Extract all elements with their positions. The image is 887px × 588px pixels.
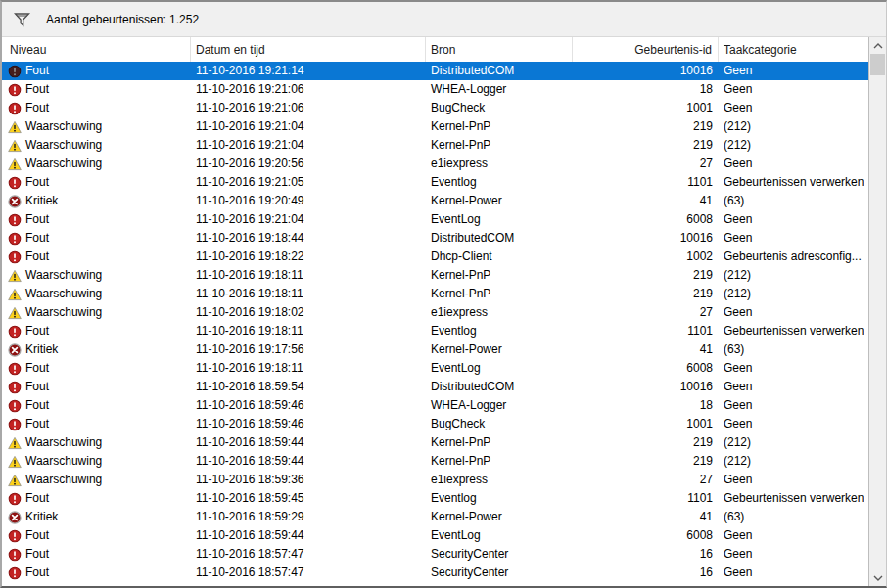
table-row[interactable]: Waarschuwing11-10-2016 19:18:11Kernel-Pn… (2, 266, 868, 285)
table-row[interactable]: Waarschuwing11-10-2016 18:59:36e1iexpres… (2, 471, 868, 489)
warning-icon (8, 455, 22, 469)
table-row[interactable]: Waarschuwing11-10-2016 19:20:56e1iexpres… (2, 155, 868, 173)
datetime-cell: 11-10-2016 18:59:44 (191, 433, 426, 452)
category-cell: Geen (719, 415, 868, 433)
table-row[interactable]: Fout11-10-2016 18:59:45Eventlog1101Gebeu… (2, 489, 868, 508)
event-id-cell: 1001 (573, 99, 719, 117)
scroll-down-button[interactable] (869, 569, 886, 586)
error-icon (8, 418, 22, 431)
table-row[interactable]: Waarschuwing11-10-2016 19:21:04Kernel-Pn… (2, 136, 868, 155)
table-row[interactable]: Fout11-10-2016 19:18:44DistributedCOM100… (2, 229, 868, 248)
level-label: Kritiek (25, 192, 58, 210)
column-header-gebeurtenis-id[interactable]: Gebeurtenis-id (573, 37, 719, 62)
event-id-cell: 219 (573, 285, 719, 303)
datetime-cell: 11-10-2016 19:18:44 (191, 229, 426, 248)
source-cell: WHEA-Logger (426, 396, 573, 415)
source-cell: Kernel-PnP (426, 136, 573, 155)
source-cell: EventLog (426, 210, 573, 229)
error-icon (8, 399, 22, 413)
column-header-bron[interactable]: Bron (426, 37, 573, 62)
error-icon (8, 529, 22, 543)
table-row[interactable]: Fout11-10-2016 19:21:04EventLog6008Geen (2, 210, 868, 229)
table-row[interactable]: Fout11-10-2016 18:59:44EventLog6008Geen (2, 526, 868, 545)
datetime-cell: 11-10-2016 19:18:11 (191, 285, 426, 303)
category-cell: Geen (719, 471, 868, 489)
datetime-cell: 11-10-2016 18:59:44 (191, 452, 426, 471)
table-row[interactable]: Fout11-10-2016 18:59:46WHEA-Logger18Geen (2, 396, 868, 415)
level-label: Fout (25, 248, 49, 266)
event-id-cell: 1001 (573, 415, 719, 433)
level-label: Fout (25, 489, 49, 508)
table-row[interactable]: Fout11-10-2016 19:18:11EventLog6008Geen (2, 359, 868, 378)
datetime-cell: 11-10-2016 19:18:11 (191, 322, 426, 340)
table-row[interactable]: Fout11-10-2016 19:21:14DistributedCOM100… (2, 62, 868, 80)
category-cell: (63) (719, 340, 868, 359)
table-row[interactable]: Fout11-10-2016 18:57:47SecurityCenter16G… (2, 564, 868, 582)
source-cell: DistributedCOM (426, 378, 573, 396)
column-header-taakcategorie[interactable]: Taakcategorie (719, 37, 868, 62)
table-row[interactable]: Fout11-10-2016 19:18:22Dhcp-Client1002Ge… (2, 248, 868, 266)
level-cell: Waarschuwing (2, 471, 191, 489)
table-row[interactable]: Waarschuwing11-10-2016 19:18:02e1iexpres… (2, 303, 868, 322)
table-row[interactable]: Waarschuwing11-10-2016 19:21:04Kernel-Pn… (2, 117, 868, 136)
datetime-cell: 11-10-2016 18:57:47 (191, 545, 426, 564)
event-id-cell: 219 (573, 433, 719, 452)
table-row[interactable]: Fout11-10-2016 19:21:06BugCheck1001Geen (2, 99, 868, 117)
critical-icon (8, 511, 22, 524)
event-id-cell: 1002 (573, 248, 719, 266)
level-label: Waarschuwing (25, 471, 102, 489)
warning-icon (8, 436, 22, 450)
datetime-cell: 11-10-2016 18:59:54 (191, 378, 426, 396)
datetime-cell: 11-10-2016 18:57:47 (191, 564, 426, 582)
event-id-cell: 219 (573, 117, 719, 136)
scrollbar-thumb[interactable] (870, 54, 885, 75)
table-row[interactable]: Waarschuwing11-10-2016 18:59:44Kernel-Pn… (2, 452, 868, 471)
event-id-cell: 27 (573, 471, 719, 489)
filter-funnel-icon (13, 12, 32, 27)
level-cell: Waarschuwing (2, 285, 191, 303)
table-row[interactable]: Kritiek11-10-2016 19:17:56Kernel-Power41… (2, 340, 868, 359)
critical-icon (8, 195, 22, 208)
error-icon (8, 176, 22, 190)
category-cell: (212) (719, 452, 868, 471)
category-cell: Geen (719, 396, 868, 415)
level-cell: Fout (2, 210, 191, 229)
level-label: Kritiek (25, 340, 58, 359)
level-label: Waarschuwing (25, 303, 102, 322)
scrollbar-track[interactable] (869, 54, 886, 569)
table-row[interactable]: Fout11-10-2016 18:57:47SecurityCenter16G… (2, 545, 868, 564)
level-cell: Waarschuwing (2, 433, 191, 452)
level-cell: Waarschuwing (2, 452, 191, 471)
table-row[interactable]: Kritiek11-10-2016 19:20:49Kernel-Power41… (2, 192, 868, 210)
level-label: Waarschuwing (25, 136, 102, 155)
error-icon (8, 232, 22, 246)
category-cell: Geen (719, 229, 868, 248)
event-id-cell: 6008 (573, 526, 719, 545)
category-cell: Geen (719, 378, 868, 396)
category-cell: Geen (719, 545, 868, 564)
vertical-scrollbar[interactable] (868, 37, 886, 586)
table-row[interactable]: Waarschuwing11-10-2016 18:59:44Kernel-Pn… (2, 433, 868, 452)
table-row[interactable]: Kritiek11-10-2016 18:59:29Kernel-Power41… (2, 508, 868, 526)
category-cell: Gebeurtenissen verwerken (719, 173, 868, 192)
table-row[interactable]: Fout11-10-2016 19:18:11Eventlog1101Gebeu… (2, 322, 868, 340)
table-row[interactable]: Fout11-10-2016 18:59:46BugCheck1001Geen (2, 415, 868, 433)
column-header-niveau[interactable]: Niveau (2, 37, 191, 62)
category-cell: Gebeurtenissen verwerken (719, 322, 868, 340)
table-row[interactable]: Waarschuwing11-10-2016 19:18:11Kernel-Pn… (2, 285, 868, 303)
level-cell: Waarschuwing (2, 117, 191, 136)
category-cell: (63) (719, 192, 868, 210)
table-row[interactable]: Fout11-10-2016 19:21:05Eventlog1101Gebeu… (2, 173, 868, 192)
datetime-cell: 11-10-2016 19:21:05 (191, 173, 426, 192)
event-id-cell: 16 (573, 545, 719, 564)
level-cell: Fout (2, 564, 191, 582)
table-row[interactable]: Fout11-10-2016 18:59:54DistributedCOM100… (2, 378, 868, 396)
error-icon (8, 381, 22, 394)
scroll-up-button[interactable] (869, 37, 886, 54)
category-cell: Geen (719, 80, 868, 99)
event-table: Niveau Datum en tijd Bron Gebeurtenis-id… (2, 37, 886, 586)
source-cell: EventLog (426, 526, 573, 545)
table-row[interactable]: Fout11-10-2016 19:21:06WHEA-Logger18Geen (2, 80, 868, 99)
column-header-datum-en-tijd[interactable]: Datum en tijd (191, 37, 426, 62)
category-cell: (212) (719, 433, 868, 452)
